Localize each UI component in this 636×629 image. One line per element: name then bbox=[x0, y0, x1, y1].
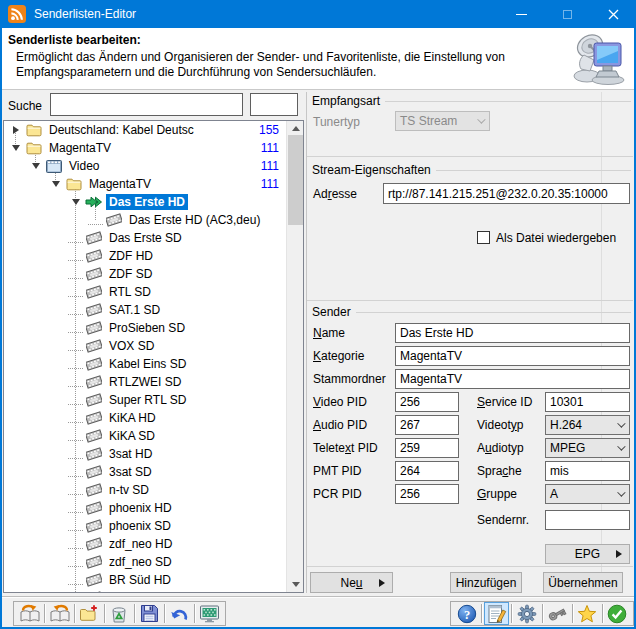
videotyp-label: Videotyp bbox=[477, 418, 524, 432]
tree-item[interactable]: ProSieben SD bbox=[4, 319, 303, 337]
name-label: Name bbox=[313, 326, 345, 340]
audio-pid-input[interactable] bbox=[395, 415, 459, 435]
tree-item[interactable]: 3sat HD bbox=[4, 445, 303, 463]
senderlisten-editor-window: Senderlisten-Editor Senderliste bearbeit… bbox=[0, 0, 636, 629]
uebernehmen-button[interactable]: Übernehmen bbox=[543, 572, 623, 593]
pmt-pid-input[interactable] bbox=[395, 461, 459, 481]
hinzufuegen-button[interactable]: Hinzufügen bbox=[450, 572, 522, 593]
help-icon[interactable]: ? bbox=[454, 602, 479, 625]
tree-rows: Deutschland: Kabel Deutsc155MagentaTV111… bbox=[4, 121, 303, 593]
tree-item[interactable]: ZDF SD bbox=[4, 265, 303, 283]
als-datei-wiedergeben-checkbox[interactable] bbox=[477, 231, 490, 244]
settings-icon[interactable] bbox=[514, 602, 539, 625]
preview-icon[interactable] bbox=[197, 602, 222, 625]
tree-item[interactable]: BR Süd HD bbox=[4, 571, 303, 589]
channel-count: 155 bbox=[259, 123, 279, 137]
expand-toggle-icon[interactable] bbox=[8, 145, 24, 151]
save-icon[interactable] bbox=[137, 602, 162, 625]
scroll-up-icon[interactable] bbox=[287, 121, 304, 136]
neu-button[interactable]: Neu bbox=[310, 572, 393, 593]
tree-item[interactable]: Das Erste SD bbox=[4, 229, 303, 247]
tree-item[interactable]: MagentaTV111 bbox=[4, 139, 303, 157]
pmt-pid-label: PMT PID bbox=[313, 464, 361, 478]
arrow-right-icon bbox=[616, 550, 622, 558]
tree-item[interactable]: Super RTL SD bbox=[4, 391, 303, 409]
tree-item[interactable]: ZDF HD bbox=[4, 247, 303, 265]
kategorie-input[interactable] bbox=[395, 346, 630, 366]
channel-tree[interactable]: Deutschland: Kabel Deutsc155MagentaTV111… bbox=[3, 120, 304, 593]
new-folder-icon[interactable] bbox=[77, 602, 102, 625]
tree-item-label: Das Erste HD (AC3,deu) bbox=[126, 212, 263, 228]
expand-toggle-icon[interactable] bbox=[68, 199, 84, 205]
group-empfangsart: Empfangsart bbox=[312, 94, 631, 108]
tree-item[interactable]: VOX SD bbox=[4, 337, 303, 355]
tree-item[interactable]: Das Erste HD (AC3,deu) bbox=[4, 211, 303, 229]
minimize-button[interactable] bbox=[498, 0, 544, 28]
import-channellist-icon[interactable] bbox=[17, 602, 42, 625]
tree-item[interactable]: Video111 bbox=[4, 157, 303, 175]
search-input[interactable] bbox=[50, 93, 243, 116]
name-input[interactable] bbox=[395, 323, 630, 343]
favorites-icon[interactable] bbox=[575, 602, 600, 625]
export-channellist-icon[interactable] bbox=[47, 602, 72, 625]
tree-connector bbox=[68, 378, 83, 387]
tree-item[interactable]: phoenix SD bbox=[4, 517, 303, 535]
tree-item[interactable]: zdf_neo HD bbox=[4, 535, 303, 553]
tree-item[interactable]: zdf_neo SD bbox=[4, 553, 303, 571]
tree-item[interactable]: RTLZWEI SD bbox=[4, 373, 303, 391]
key-icon[interactable] bbox=[544, 602, 569, 625]
pcr-pid-input[interactable] bbox=[395, 484, 459, 504]
expand-toggle-icon[interactable] bbox=[8, 126, 24, 134]
search-label: Suche bbox=[8, 99, 42, 113]
tree-item[interactable]: SAT.1 SD bbox=[4, 301, 303, 319]
header-title: Senderliste bearbeiten: bbox=[8, 33, 141, 47]
tree-connector bbox=[68, 234, 83, 243]
tree-item[interactable]: KiKA HD bbox=[4, 409, 303, 427]
film-icon bbox=[84, 429, 104, 443]
toolbar-separator bbox=[44, 604, 45, 623]
tree-item-label: zdf_neo SD bbox=[106, 554, 175, 570]
tree-item[interactable]: BR Süd SD bbox=[4, 589, 303, 593]
toolbar-separator bbox=[511, 604, 512, 623]
sprache-input[interactable] bbox=[545, 461, 630, 481]
service-id-input[interactable] bbox=[545, 392, 630, 412]
tunertyp-label: Tunertyp bbox=[313, 115, 360, 129]
edit-icon[interactable] bbox=[484, 602, 509, 625]
audiotyp-select[interactable]: MPEG bbox=[545, 438, 630, 458]
gruppe-select[interactable]: A bbox=[545, 484, 630, 504]
film-icon bbox=[84, 357, 104, 371]
expand-toggle-icon[interactable] bbox=[48, 181, 64, 187]
tree-item[interactable]: 3sat SD bbox=[4, 463, 303, 481]
tree-item[interactable]: phoenix HD bbox=[4, 499, 303, 517]
tree-item[interactable]: KiKA SD bbox=[4, 427, 303, 445]
tree-item[interactable]: Kabel Eins SD bbox=[4, 355, 303, 373]
tree-item[interactable]: MagentaTV111 bbox=[4, 175, 303, 193]
close-button[interactable] bbox=[590, 0, 636, 28]
expand-toggle-icon[interactable] bbox=[28, 163, 44, 169]
tree-item-label: phoenix SD bbox=[106, 518, 174, 534]
scroll-down-icon[interactable] bbox=[287, 577, 304, 592]
delete-icon[interactable] bbox=[107, 602, 132, 625]
tree-item-label: ProSieben SD bbox=[106, 320, 188, 336]
search-count-box[interactable] bbox=[250, 93, 298, 116]
tree-item[interactable]: Das Erste HD bbox=[4, 193, 303, 211]
stammordner-input[interactable] bbox=[395, 369, 630, 389]
undo-icon[interactable] bbox=[167, 602, 192, 625]
tree-item[interactable]: RTL SD bbox=[4, 283, 303, 301]
service-id-label: Service ID bbox=[477, 395, 532, 409]
sendernr-input[interactable] bbox=[545, 510, 630, 530]
epg-button[interactable]: EPG bbox=[545, 544, 630, 564]
sprache-label: Sprache bbox=[477, 464, 522, 478]
ok-icon[interactable] bbox=[605, 602, 630, 625]
tree-item[interactable]: n-tv SD bbox=[4, 481, 303, 499]
tree-scrollbar[interactable] bbox=[286, 121, 303, 592]
video-pid-input[interactable] bbox=[395, 392, 459, 412]
window-controls bbox=[498, 0, 636, 28]
scrollbar-thumb[interactable] bbox=[288, 135, 303, 225]
videotyp-select[interactable]: H.264 bbox=[545, 415, 630, 435]
adresse-input[interactable] bbox=[383, 183, 630, 204]
teletext-pid-input[interactable] bbox=[395, 438, 459, 458]
tree-item-label: 3sat HD bbox=[106, 446, 155, 462]
tree-item[interactable]: Deutschland: Kabel Deutsc155 bbox=[4, 121, 303, 139]
maximize-button[interactable] bbox=[544, 0, 590, 28]
